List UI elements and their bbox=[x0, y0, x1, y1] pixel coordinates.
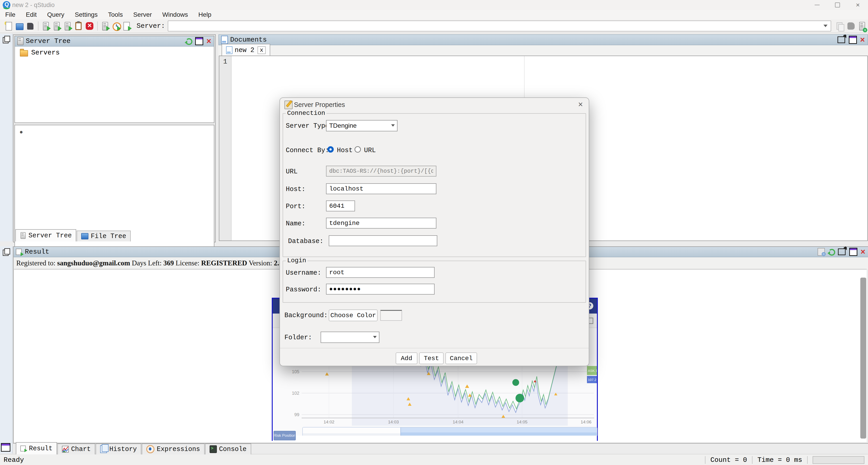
registered-label: Registered to: bbox=[16, 259, 57, 267]
folder-combobox[interactable] bbox=[320, 332, 379, 343]
export-web-icon[interactable] bbox=[817, 248, 825, 256]
status-progress-box bbox=[813, 456, 864, 464]
tab-close-button[interactable]: x bbox=[257, 46, 266, 54]
run-script-icon[interactable] bbox=[123, 22, 132, 31]
tab-label: new 2 bbox=[235, 46, 254, 54]
new-document-icon[interactable] bbox=[4, 22, 13, 31]
stop-query-icon[interactable] bbox=[85, 22, 94, 31]
menu-settings[interactable]: Settings bbox=[70, 11, 103, 18]
dialog-titlebar[interactable]: Server Properties × bbox=[280, 98, 589, 112]
refresh-icon[interactable] bbox=[185, 38, 192, 44]
document-icon bbox=[226, 46, 232, 54]
query-server-icon[interactable] bbox=[41, 22, 51, 31]
open-file-icon[interactable] bbox=[15, 22, 24, 31]
tab-expressions[interactable]: Expressions bbox=[142, 443, 205, 454]
result-title: Result bbox=[25, 248, 49, 256]
maximize-panel-icon[interactable] bbox=[849, 248, 857, 256]
menu-server[interactable]: Server bbox=[128, 11, 157, 18]
database-field[interactable] bbox=[329, 235, 437, 246]
editor-gutter bbox=[219, 56, 231, 241]
send-query-icon[interactable] bbox=[101, 22, 110, 31]
port-field[interactable] bbox=[326, 200, 355, 211]
copy-docs-icon[interactable] bbox=[836, 22, 845, 31]
svg-text:14:05: 14:05 bbox=[517, 420, 527, 424]
close-panel-icon[interactable]: × bbox=[861, 248, 865, 255]
menu-tools[interactable]: Tools bbox=[103, 11, 128, 18]
menu-windows[interactable]: Windows bbox=[157, 11, 193, 18]
url-radio[interactable] bbox=[354, 146, 361, 153]
close-panel-icon[interactable]: × bbox=[860, 36, 865, 43]
scheduled-query-icon[interactable] bbox=[112, 22, 121, 31]
query-line-icon[interactable] bbox=[53, 22, 62, 31]
restore-panel-icon[interactable] bbox=[3, 248, 9, 255]
version-label: Version: bbox=[247, 259, 274, 267]
tree-item-servers[interactable]: Servers bbox=[20, 49, 214, 57]
server-type-combobox[interactable]: TDengine bbox=[326, 120, 398, 131]
save-icon[interactable] bbox=[26, 22, 35, 31]
days-left-value: 369 bbox=[163, 259, 174, 267]
test-button[interactable]: Test bbox=[419, 352, 444, 364]
server-combobox[interactable] bbox=[168, 21, 831, 31]
tab-chart[interactable]: Chart bbox=[57, 443, 95, 454]
close-panel-icon[interactable]: × bbox=[207, 38, 211, 44]
port-label: Port: bbox=[286, 203, 306, 210]
dialog-close-icon[interactable]: × bbox=[578, 100, 583, 109]
add-button[interactable]: Add bbox=[396, 352, 417, 364]
cancel-button[interactable]: Cancel bbox=[445, 352, 477, 364]
password-field[interactable] bbox=[326, 284, 435, 294]
status-separator bbox=[705, 456, 706, 464]
result-bottom-tabs: Result Chart History Expressions Console bbox=[16, 442, 252, 454]
server-type-value: TDengine bbox=[329, 122, 356, 129]
result-dock-strip bbox=[0, 246, 13, 454]
result-icon bbox=[16, 249, 23, 255]
document-tabs: new 2 x bbox=[218, 45, 868, 56]
connection-group-label: Connection bbox=[286, 110, 327, 117]
menu-edit[interactable]: Edit bbox=[21, 11, 42, 18]
chart-icon bbox=[62, 446, 69, 453]
query-selection-icon[interactable] bbox=[63, 22, 72, 31]
name-field[interactable] bbox=[326, 218, 436, 228]
registered-email: sangshuduo@gmail.com bbox=[57, 259, 130, 267]
maximize-panel-icon[interactable] bbox=[849, 36, 857, 44]
choose-color-button[interactable]: Choose Color bbox=[329, 309, 378, 321]
tab-history[interactable]: History bbox=[96, 443, 141, 454]
license-text: Registered to: sangshuduo@gmail.com Days… bbox=[16, 259, 286, 267]
menu-file[interactable]: File bbox=[0, 11, 21, 18]
maximize-panel-icon[interactable] bbox=[195, 37, 203, 45]
popout-icon[interactable] bbox=[837, 36, 845, 43]
restore-panel-icon[interactable] bbox=[3, 36, 9, 42]
tree-item-label: Servers bbox=[31, 49, 60, 57]
chart-range-selector[interactable] bbox=[302, 427, 597, 436]
range-selected[interactable] bbox=[400, 428, 597, 436]
vertical-scrollbar[interactable] bbox=[860, 278, 866, 439]
toolbar-separator bbox=[38, 22, 38, 31]
tab-console[interactable]: Console bbox=[205, 443, 251, 454]
status-ready: Ready bbox=[4, 456, 24, 464]
tab-new2[interactable]: new 2 x bbox=[222, 44, 270, 56]
days-left-label: Days Left: bbox=[130, 259, 163, 267]
host-field[interactable] bbox=[326, 183, 436, 194]
tab-server-tree[interactable]: Server Tree bbox=[16, 229, 76, 241]
host-radio[interactable] bbox=[328, 146, 334, 153]
refresh-icon[interactable] bbox=[828, 248, 835, 255]
tab-result[interactable]: Result bbox=[16, 442, 57, 454]
popout-icon[interactable] bbox=[838, 248, 846, 255]
close-button[interactable]: × bbox=[848, 0, 868, 10]
documents-title: Documents bbox=[230, 36, 267, 43]
blue-folder-icon bbox=[81, 233, 88, 239]
minimize-button[interactable] bbox=[807, 0, 827, 10]
disabled-action-icon bbox=[846, 22, 856, 31]
menu-query[interactable]: Query bbox=[42, 11, 69, 18]
add-server-icon[interactable] bbox=[857, 22, 866, 31]
maximize-button[interactable] bbox=[827, 0, 848, 10]
clipboard-icon[interactable] bbox=[74, 22, 83, 31]
menu-help[interactable]: Help bbox=[193, 11, 217, 18]
tab-file-tree[interactable]: File Tree bbox=[76, 230, 131, 241]
username-field[interactable] bbox=[326, 267, 435, 278]
host-radio-label: Host bbox=[337, 147, 353, 154]
svg-text:14:03: 14:03 bbox=[388, 420, 399, 424]
risk-position-button[interactable]: Risk Position bbox=[274, 431, 296, 440]
dock-window-icon[interactable] bbox=[1, 443, 10, 452]
tab-label: Chart bbox=[71, 445, 91, 453]
window-title: new 2 - qStudio bbox=[12, 2, 55, 8]
